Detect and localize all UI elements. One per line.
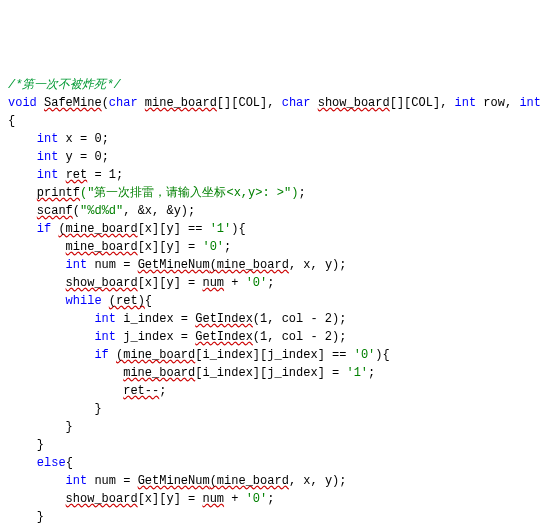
cond-a: (mine_board [116,348,195,362]
semi: ; [159,384,166,398]
idx-assign: [x][y] = [138,276,203,290]
ret-dec: ret-- [123,384,159,398]
brace: { [145,294,152,308]
getminenum: GetMineNum [138,474,210,488]
args: , x, y); [289,258,347,272]
brace: } [94,402,101,416]
while-cond: (ret) [109,294,145,308]
brace: } [37,438,44,452]
semi: ; [267,276,274,290]
semi: ; [267,492,274,506]
args: (1, col - 2); [253,312,347,326]
plus: + [224,492,246,506]
scanf-fmt: "%d%d" [80,204,123,218]
printf-fn: printf [37,186,80,200]
decl-x: x = 0; [58,132,108,146]
num-assign: num = [87,474,137,488]
j-assign: j_index = [116,330,195,344]
mb: mine_board [66,240,138,254]
idx: [][COL] [217,96,267,110]
kw-int: int [66,258,88,272]
cond-b: [i_index][j_index] == [195,348,353,362]
cond-a: (mine_board [58,222,137,236]
semi: ; [368,366,375,380]
kw-char: char [282,96,311,110]
param3: row [483,96,505,110]
kw-char: char [109,96,138,110]
sb: show_board [66,492,138,506]
num-assign: num = [87,258,137,272]
brace: } [66,420,73,434]
kw-else: else [37,456,66,470]
mb: mine_board [123,366,195,380]
char-lit: '1' [210,222,232,236]
arg-mb: (mine_board [210,474,289,488]
kw-int: int [37,132,59,146]
kw-if: if [94,348,108,362]
num: num [202,492,224,506]
char-lit: '0' [354,348,376,362]
scanf-rest: , &x, &y); [123,204,195,218]
cond-c: ){ [375,348,389,362]
kw-int: int [37,150,59,164]
kw-if: if [37,222,51,236]
kw-int: int [94,330,116,344]
char-lit: '0' [202,240,224,254]
i-assign: i_index = [116,312,195,326]
num: num [202,276,224,290]
func-name: SafeMine [44,96,102,110]
brace: } [37,510,44,524]
plus: + [224,276,246,290]
kw-int: int [94,312,116,326]
sb: show_board [66,276,138,290]
kw-while: while [66,294,102,308]
idx-assign: [x][y] = [138,492,203,506]
getindex: GetIndex [195,312,253,326]
brace: { [66,456,73,470]
code-block: /*第一次不被炸死*/ void SafeMine(char mine_boar… [8,76,537,524]
kw-int: int [519,96,541,110]
arg-mb: (mine_board [210,258,289,272]
kw-int: int [37,168,59,182]
scanf-fn: scanf [37,204,73,218]
getindex: GetIndex [195,330,253,344]
decl-y: y = 0; [58,150,108,164]
kw-int: int [455,96,477,110]
kw-void: void [8,96,37,110]
printf-arg: ("第一次排雷，请输入坐标<x,y>: >") [80,186,298,200]
cond-b: [x][y] == [138,222,210,236]
param2: show_board [318,96,390,110]
idx-assign: [x][y] = [138,240,203,254]
kw-int: int [66,474,88,488]
decl-ret-val: = 1; [87,168,123,182]
char-lit: '0' [246,276,268,290]
decl-ret: ret [66,168,88,182]
char-lit: '0' [246,492,268,506]
comment: /*第一次不被炸死*/ [8,78,121,92]
cond-c: ){ [231,222,245,236]
semi: ; [224,240,231,254]
paren: ( [73,204,80,218]
idx: [][COL] [390,96,440,110]
args: , x, y); [289,474,347,488]
getminenum: GetMineNum [138,258,210,272]
args: (1, col - 2); [253,330,347,344]
semi: ; [298,186,305,200]
idx-assign: [i_index][j_index] = [195,366,346,380]
param1: mine_board [145,96,217,110]
char-lit: '1' [346,366,368,380]
